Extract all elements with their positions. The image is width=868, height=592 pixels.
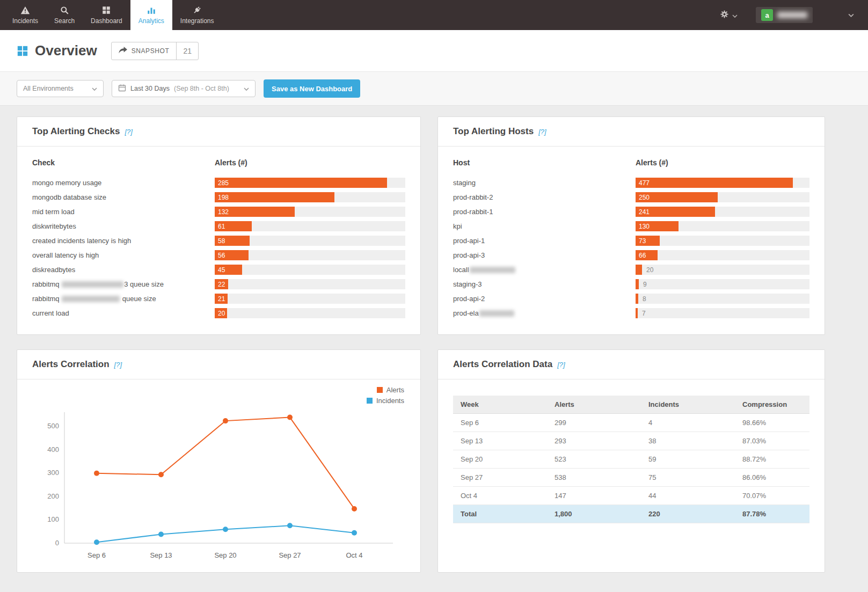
row-label: prod-rabbit-2 — [453, 193, 636, 201]
table-row: prod-ela7 — [453, 306, 809, 320]
page-header: Overview SNAPSHOT 21 — [0, 30, 868, 72]
bar-fill: 20 — [215, 308, 227, 318]
bar-track: 241 — [636, 207, 809, 217]
environment-select[interactable]: All Environments — [17, 80, 104, 97]
table-cell: 44 — [641, 487, 735, 505]
user-menu[interactable]: a — [756, 7, 813, 23]
chevron-down-icon — [92, 85, 97, 92]
bar-fill: 56 — [215, 250, 249, 260]
table-row: staging-39 — [453, 277, 809, 291]
bar-track: 7 — [636, 308, 809, 318]
table-cell: 293 — [547, 432, 641, 450]
table-cell: 75 — [641, 469, 735, 487]
bar-value: 58 — [218, 237, 225, 245]
help-link[interactable]: [?] — [557, 361, 565, 369]
calendar-icon — [118, 84, 126, 93]
daterange-select[interactable]: Last 30 Days (Sep 8th - Oct 8th) — [112, 80, 256, 97]
help-link[interactable]: [?] — [538, 128, 546, 136]
bar-fill: 66 — [636, 250, 658, 260]
bar-value: 61 — [218, 223, 225, 230]
row-label: rabbitmq 3 queue size — [32, 280, 215, 288]
table-row: locall20 — [453, 262, 809, 277]
bar-fill: 22 — [215, 279, 228, 289]
bar-track: 58 — [215, 236, 405, 246]
page-title: Overview — [35, 42, 97, 59]
bar-track: 20 — [215, 308, 405, 318]
environment-value: All Environments — [23, 85, 74, 92]
row-label: mongo memory usage — [32, 179, 215, 187]
tab-label: Integrations — [180, 17, 214, 25]
row-label: diskreadbytes — [32, 266, 215, 274]
legend-label: Incidents — [376, 397, 404, 405]
tab-label: Incidents — [12, 17, 38, 25]
row-label: overall latency is high — [32, 251, 215, 259]
account-chevron-down-icon[interactable] — [848, 13, 854, 17]
top-alerting-checks-card: Top Alerting Checks [?] Check Alerts (#)… — [17, 116, 421, 335]
table-cell: 59 — [641, 450, 735, 469]
bar-track: 45 — [215, 265, 405, 275]
settings-menu[interactable] — [720, 10, 738, 21]
bar-fill: 250 — [636, 192, 718, 202]
card-title: Top Alerting Hosts — [453, 126, 534, 137]
row-label: prod-api-3 — [453, 251, 636, 259]
search-icon — [60, 5, 69, 15]
bar-track: 130 — [636, 221, 809, 231]
save-dashboard-button[interactable]: Save as New Dashboard — [264, 79, 360, 98]
bar-track: 56 — [215, 250, 405, 260]
snapshot-button[interactable]: SNAPSHOT 21 — [111, 42, 199, 60]
bar-track: 22 — [215, 279, 405, 289]
bar-fill: 58 — [215, 236, 250, 246]
table-row: Sep 6299498.66% — [453, 414, 809, 432]
table-row: overall latency is high56 — [32, 248, 405, 262]
table-row: rabbitmq 3 queue size22 — [32, 277, 405, 291]
bar-track: 61 — [215, 221, 405, 231]
bar-value: 45 — [218, 266, 225, 274]
svg-text:300: 300 — [47, 469, 59, 477]
table-cell: 87.03% — [735, 432, 809, 450]
table-row: mongo memory usage285 — [32, 176, 405, 190]
warning-icon — [20, 5, 30, 15]
alerts-correlation-card: Alerts Correlation [?] Alerts Incidents … — [17, 349, 421, 573]
tab-analytics[interactable]: Analytics — [130, 0, 172, 30]
bar-value: 198 — [218, 194, 229, 201]
bar-track: 21 — [215, 294, 405, 304]
table-cell: 70.07% — [735, 487, 809, 505]
svg-text:500: 500 — [47, 422, 59, 430]
table-row: staging477 — [453, 176, 809, 190]
plug-icon — [192, 5, 202, 15]
help-link[interactable]: [?] — [114, 361, 122, 369]
card-title: Alerts Correlation — [32, 359, 110, 370]
help-link[interactable]: [?] — [125, 128, 132, 136]
bar-value: 56 — [218, 252, 225, 259]
tab-integrations[interactable]: Integrations — [172, 0, 222, 30]
top-alerting-hosts-card: Top Alerting Hosts [?] Host Alerts (#) s… — [437, 116, 825, 335]
table-cell: 98.66% — [735, 414, 809, 432]
alerts-swatch — [377, 387, 383, 393]
bar-value: 8 — [643, 295, 646, 303]
row-label: prod-api-1 — [453, 237, 636, 245]
redacted-text — [62, 281, 123, 288]
bar-value: 241 — [639, 208, 650, 216]
bar-fill: 477 — [636, 178, 793, 188]
legend-item-alerts: Alerts — [377, 386, 404, 394]
avatar: a — [761, 9, 773, 21]
bar-fill: 132 — [215, 207, 295, 217]
overview-grid-icon — [17, 45, 28, 57]
bar-track: 9 — [636, 279, 809, 289]
bar-track: 285 — [215, 178, 405, 188]
tab-search[interactable]: Search — [46, 0, 83, 30]
filter-bar: All Environments Last 30 Days (Sep 8th -… — [0, 72, 868, 106]
table-row: diskwritebytes61 — [32, 219, 405, 233]
bar-fill: 130 — [636, 221, 679, 231]
bar-value: 477 — [639, 179, 650, 187]
card-title: Alerts Correlation Data — [453, 359, 552, 370]
tab-incidents[interactable]: Incidents — [4, 0, 46, 30]
row-label: current load — [32, 309, 215, 317]
table-row: prod-rabbit-1241 — [453, 204, 809, 219]
table-row: Sep 205235988.72% — [453, 450, 809, 469]
bar-fill: 73 — [636, 236, 660, 246]
bar-fill: 45 — [215, 265, 242, 275]
bar-value: 130 — [639, 223, 650, 230]
tab-dashboard[interactable]: Dashboard — [83, 0, 130, 30]
column-header-check: Check — [32, 158, 215, 167]
